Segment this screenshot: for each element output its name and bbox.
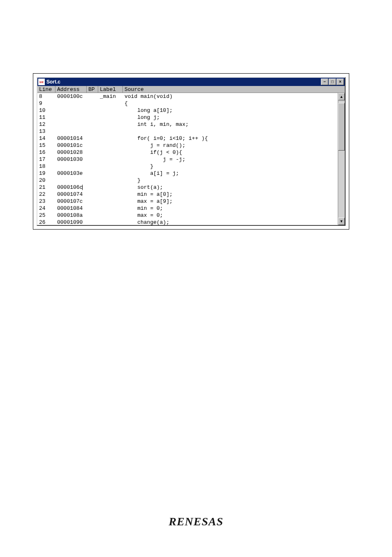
- cell-label: [98, 107, 123, 114]
- cell-source: max = 0;: [123, 212, 338, 219]
- scrollbar-track[interactable]: [338, 100, 345, 218]
- scroll-up-button[interactable]: ▲: [338, 93, 345, 100]
- cell-line: 15: [37, 142, 55, 149]
- cell-label: [98, 156, 123, 163]
- cell-source: }: [123, 177, 338, 184]
- column-header-bp[interactable]: BP: [87, 86, 98, 93]
- table-row[interactable]: 1700001030 j = -j;: [37, 156, 338, 163]
- cell-line: 21: [37, 184, 55, 191]
- table-row[interactable]: 1600001028 if(j < 0){: [37, 149, 338, 156]
- close-button[interactable]: ×: [337, 79, 344, 85]
- column-header-row: Line Address BP Label Source: [37, 86, 345, 93]
- cell-line: 23: [37, 198, 55, 205]
- table-row[interactable]: 20 }: [37, 177, 338, 184]
- cell-source: }: [123, 163, 338, 170]
- column-header-line[interactable]: Line: [37, 86, 55, 93]
- text-caret: [82, 185, 83, 190]
- cell-source: change(a);: [123, 219, 338, 225]
- cell-label: [98, 121, 123, 128]
- column-header-address[interactable]: Address: [55, 86, 87, 93]
- cell-bp[interactable]: [87, 163, 98, 170]
- table-row[interactable]: 210000106c sort(a);: [37, 184, 338, 191]
- column-header-source[interactable]: Source: [123, 86, 345, 93]
- table-row[interactable]: 2400001084 min = 0;: [37, 205, 338, 212]
- cell-source: a[i] = j;: [123, 170, 338, 177]
- cell-label: [98, 170, 123, 177]
- cell-source: max = a[9];: [123, 198, 338, 205]
- source-table[interactable]: 80000100c_mainvoid main(void)9{10 long a…: [37, 93, 338, 225]
- cell-source: void main(void): [123, 93, 338, 100]
- window-titlebar[interactable]: int Sort.c – □ ×: [37, 78, 345, 86]
- table-row[interactable]: 190000103e a[i] = j;: [37, 170, 338, 177]
- cell-label: [98, 135, 123, 142]
- table-row[interactable]: 230000107c max = a[9];: [37, 198, 338, 205]
- cell-source: min = 0;: [123, 205, 338, 212]
- cell-line: 25: [37, 212, 55, 219]
- cell-address: [55, 128, 87, 135]
- table-row[interactable]: 13: [37, 128, 338, 135]
- cell-bp[interactable]: [87, 177, 98, 184]
- cell-bp[interactable]: [87, 170, 98, 177]
- cell-address: [55, 107, 87, 114]
- cell-bp[interactable]: [87, 184, 98, 191]
- cell-bp[interactable]: [87, 135, 98, 142]
- table-row[interactable]: 250000108a max = 0;: [37, 212, 338, 219]
- cell-label: [98, 142, 123, 149]
- cell-line: 8: [37, 93, 55, 100]
- maximize-button[interactable]: □: [329, 79, 336, 85]
- table-row[interactable]: 2600001090 change(a);: [37, 219, 338, 225]
- cell-source: [123, 128, 338, 135]
- cell-bp[interactable]: [87, 107, 98, 114]
- cell-bp[interactable]: [87, 149, 98, 156]
- scroll-down-button[interactable]: ▼: [338, 218, 345, 225]
- table-row[interactable]: 1400001014 for( i=0; i<10; i++ ){: [37, 135, 338, 142]
- cell-label: [98, 205, 123, 212]
- cell-address: 00001030: [55, 156, 87, 163]
- cell-label: [98, 163, 123, 170]
- cell-label: [98, 149, 123, 156]
- table-row[interactable]: 2200001074 min = a[0];: [37, 191, 338, 198]
- cell-bp[interactable]: [87, 142, 98, 149]
- table-row[interactable]: 18 }: [37, 163, 338, 170]
- table-row[interactable]: 10 long a[10];: [37, 107, 338, 114]
- cell-label: [98, 212, 123, 219]
- table-row[interactable]: 150000101c j = rand();: [37, 142, 338, 149]
- cell-bp[interactable]: [87, 191, 98, 198]
- cell-bp[interactable]: [87, 205, 98, 212]
- table-row[interactable]: 12 int i, min, max;: [37, 121, 338, 128]
- source-window: int Sort.c – □ × Line Address BP Label S…: [37, 77, 346, 226]
- cell-line: 17: [37, 156, 55, 163]
- cell-address: 00001074: [55, 191, 87, 198]
- cell-line: 24: [37, 205, 55, 212]
- table-row[interactable]: 9{: [37, 100, 338, 107]
- column-header-label[interactable]: Label: [98, 86, 123, 93]
- cell-line: 22: [37, 191, 55, 198]
- cell-source: {: [123, 100, 338, 107]
- cell-bp[interactable]: [87, 198, 98, 205]
- table-row[interactable]: 80000100c_mainvoid main(void): [37, 93, 338, 100]
- cell-source: if(j < 0){: [123, 149, 338, 156]
- cell-bp[interactable]: [87, 121, 98, 128]
- cell-line: 26: [37, 219, 55, 225]
- cell-label: _main: [98, 93, 123, 100]
- cell-source: sort(a);: [123, 184, 338, 191]
- cell-line: 13: [37, 128, 55, 135]
- cell-label: [98, 184, 123, 191]
- minimize-button[interactable]: –: [321, 79, 328, 85]
- scrollbar-thumb[interactable]: [338, 103, 345, 151]
- cell-bp[interactable]: [87, 100, 98, 107]
- cell-line: 14: [37, 135, 55, 142]
- cell-address: [55, 100, 87, 107]
- cell-bp[interactable]: [87, 156, 98, 163]
- cell-label: [98, 219, 123, 225]
- cell-address: 00001084: [55, 205, 87, 212]
- vertical-scrollbar[interactable]: ▲ ▼: [338, 93, 345, 225]
- cell-address: [55, 114, 87, 121]
- cell-bp[interactable]: [87, 93, 98, 100]
- cell-bp[interactable]: [87, 219, 98, 225]
- cell-bp[interactable]: [87, 212, 98, 219]
- cell-label: [98, 177, 123, 184]
- cell-bp[interactable]: [87, 114, 98, 121]
- cell-bp[interactable]: [87, 128, 98, 135]
- table-row[interactable]: 11 long j;: [37, 114, 338, 121]
